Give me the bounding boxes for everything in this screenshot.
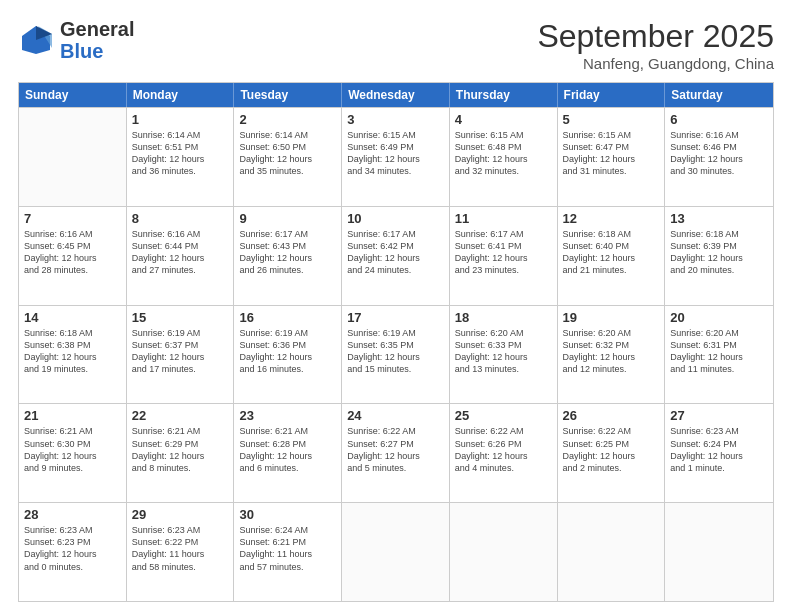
- location-subtitle: Nanfeng, Guangdong, China: [537, 55, 774, 72]
- day-number: 7: [24, 211, 121, 226]
- calendar: SundayMondayTuesdayWednesdayThursdayFrid…: [18, 82, 774, 602]
- day-info: Sunrise: 6:18 AM Sunset: 6:38 PM Dayligh…: [24, 327, 121, 376]
- day-info: Sunrise: 6:23 AM Sunset: 6:22 PM Dayligh…: [132, 524, 229, 573]
- logo-icon: [18, 22, 54, 58]
- day-number: 16: [239, 310, 336, 325]
- day-cell-4: 4Sunrise: 6:15 AM Sunset: 6:48 PM Daylig…: [450, 108, 558, 206]
- day-cell-21: 21Sunrise: 6:21 AM Sunset: 6:30 PM Dayli…: [19, 404, 127, 502]
- day-number: 6: [670, 112, 768, 127]
- day-number: 4: [455, 112, 552, 127]
- day-cell-11: 11Sunrise: 6:17 AM Sunset: 6:41 PM Dayli…: [450, 207, 558, 305]
- calendar-body: 1Sunrise: 6:14 AM Sunset: 6:51 PM Daylig…: [19, 107, 773, 601]
- day-cell-25: 25Sunrise: 6:22 AM Sunset: 6:26 PM Dayli…: [450, 404, 558, 502]
- calendar-row-2: 7Sunrise: 6:16 AM Sunset: 6:45 PM Daylig…: [19, 206, 773, 305]
- day-info: Sunrise: 6:21 AM Sunset: 6:30 PM Dayligh…: [24, 425, 121, 474]
- weekday-header-sunday: Sunday: [19, 83, 127, 107]
- empty-cell-4-6: [665, 503, 773, 601]
- weekday-header-wednesday: Wednesday: [342, 83, 450, 107]
- day-info: Sunrise: 6:22 AM Sunset: 6:26 PM Dayligh…: [455, 425, 552, 474]
- weekday-header-friday: Friday: [558, 83, 666, 107]
- day-cell-26: 26Sunrise: 6:22 AM Sunset: 6:25 PM Dayli…: [558, 404, 666, 502]
- day-number: 25: [455, 408, 552, 423]
- day-info: Sunrise: 6:22 AM Sunset: 6:27 PM Dayligh…: [347, 425, 444, 474]
- day-info: Sunrise: 6:18 AM Sunset: 6:39 PM Dayligh…: [670, 228, 768, 277]
- day-cell-9: 9Sunrise: 6:17 AM Sunset: 6:43 PM Daylig…: [234, 207, 342, 305]
- day-number: 21: [24, 408, 121, 423]
- day-info: Sunrise: 6:21 AM Sunset: 6:28 PM Dayligh…: [239, 425, 336, 474]
- day-cell-6: 6Sunrise: 6:16 AM Sunset: 6:46 PM Daylig…: [665, 108, 773, 206]
- day-info: Sunrise: 6:16 AM Sunset: 6:45 PM Dayligh…: [24, 228, 121, 277]
- day-cell-8: 8Sunrise: 6:16 AM Sunset: 6:44 PM Daylig…: [127, 207, 235, 305]
- day-info: Sunrise: 6:23 AM Sunset: 6:24 PM Dayligh…: [670, 425, 768, 474]
- empty-cell-4-3: [342, 503, 450, 601]
- day-cell-19: 19Sunrise: 6:20 AM Sunset: 6:32 PM Dayli…: [558, 306, 666, 404]
- day-cell-2: 2Sunrise: 6:14 AM Sunset: 6:50 PM Daylig…: [234, 108, 342, 206]
- month-title: September 2025: [537, 18, 774, 55]
- day-number: 3: [347, 112, 444, 127]
- logo: General Blue: [18, 18, 134, 62]
- calendar-row-3: 14Sunrise: 6:18 AM Sunset: 6:38 PM Dayli…: [19, 305, 773, 404]
- day-cell-23: 23Sunrise: 6:21 AM Sunset: 6:28 PM Dayli…: [234, 404, 342, 502]
- day-info: Sunrise: 6:15 AM Sunset: 6:47 PM Dayligh…: [563, 129, 660, 178]
- day-info: Sunrise: 6:23 AM Sunset: 6:23 PM Dayligh…: [24, 524, 121, 573]
- day-info: Sunrise: 6:20 AM Sunset: 6:31 PM Dayligh…: [670, 327, 768, 376]
- empty-cell-4-5: [558, 503, 666, 601]
- empty-cell-4-4: [450, 503, 558, 601]
- day-info: Sunrise: 6:20 AM Sunset: 6:33 PM Dayligh…: [455, 327, 552, 376]
- day-number: 12: [563, 211, 660, 226]
- calendar-header: SundayMondayTuesdayWednesdayThursdayFrid…: [19, 83, 773, 107]
- day-cell-14: 14Sunrise: 6:18 AM Sunset: 6:38 PM Dayli…: [19, 306, 127, 404]
- empty-cell-0-0: [19, 108, 127, 206]
- day-number: 22: [132, 408, 229, 423]
- day-number: 23: [239, 408, 336, 423]
- day-info: Sunrise: 6:14 AM Sunset: 6:51 PM Dayligh…: [132, 129, 229, 178]
- day-cell-27: 27Sunrise: 6:23 AM Sunset: 6:24 PM Dayli…: [665, 404, 773, 502]
- day-number: 14: [24, 310, 121, 325]
- day-info: Sunrise: 6:18 AM Sunset: 6:40 PM Dayligh…: [563, 228, 660, 277]
- day-info: Sunrise: 6:16 AM Sunset: 6:46 PM Dayligh…: [670, 129, 768, 178]
- day-info: Sunrise: 6:19 AM Sunset: 6:37 PM Dayligh…: [132, 327, 229, 376]
- day-cell-20: 20Sunrise: 6:20 AM Sunset: 6:31 PM Dayli…: [665, 306, 773, 404]
- day-info: Sunrise: 6:24 AM Sunset: 6:21 PM Dayligh…: [239, 524, 336, 573]
- day-number: 17: [347, 310, 444, 325]
- day-number: 18: [455, 310, 552, 325]
- day-number: 1: [132, 112, 229, 127]
- logo-text: General Blue: [60, 18, 134, 62]
- weekday-header-tuesday: Tuesday: [234, 83, 342, 107]
- day-number: 11: [455, 211, 552, 226]
- day-cell-28: 28Sunrise: 6:23 AM Sunset: 6:23 PM Dayli…: [19, 503, 127, 601]
- day-cell-17: 17Sunrise: 6:19 AM Sunset: 6:35 PM Dayli…: [342, 306, 450, 404]
- day-cell-1: 1Sunrise: 6:14 AM Sunset: 6:51 PM Daylig…: [127, 108, 235, 206]
- day-cell-22: 22Sunrise: 6:21 AM Sunset: 6:29 PM Dayli…: [127, 404, 235, 502]
- day-info: Sunrise: 6:17 AM Sunset: 6:43 PM Dayligh…: [239, 228, 336, 277]
- day-number: 5: [563, 112, 660, 127]
- day-number: 13: [670, 211, 768, 226]
- day-cell-13: 13Sunrise: 6:18 AM Sunset: 6:39 PM Dayli…: [665, 207, 773, 305]
- day-cell-5: 5Sunrise: 6:15 AM Sunset: 6:47 PM Daylig…: [558, 108, 666, 206]
- day-number: 24: [347, 408, 444, 423]
- day-info: Sunrise: 6:16 AM Sunset: 6:44 PM Dayligh…: [132, 228, 229, 277]
- logo-blue: Blue: [60, 40, 103, 62]
- day-info: Sunrise: 6:21 AM Sunset: 6:29 PM Dayligh…: [132, 425, 229, 474]
- page: General Blue September 2025 Nanfeng, Gua…: [0, 0, 792, 612]
- header: General Blue September 2025 Nanfeng, Gua…: [18, 18, 774, 72]
- weekday-header-thursday: Thursday: [450, 83, 558, 107]
- day-info: Sunrise: 6:19 AM Sunset: 6:35 PM Dayligh…: [347, 327, 444, 376]
- day-number: 8: [132, 211, 229, 226]
- day-info: Sunrise: 6:17 AM Sunset: 6:41 PM Dayligh…: [455, 228, 552, 277]
- day-cell-16: 16Sunrise: 6:19 AM Sunset: 6:36 PM Dayli…: [234, 306, 342, 404]
- day-number: 20: [670, 310, 768, 325]
- day-info: Sunrise: 6:15 AM Sunset: 6:49 PM Dayligh…: [347, 129, 444, 178]
- calendar-row-5: 28Sunrise: 6:23 AM Sunset: 6:23 PM Dayli…: [19, 502, 773, 601]
- day-number: 29: [132, 507, 229, 522]
- calendar-row-4: 21Sunrise: 6:21 AM Sunset: 6:30 PM Dayli…: [19, 403, 773, 502]
- day-number: 30: [239, 507, 336, 522]
- day-number: 10: [347, 211, 444, 226]
- day-cell-10: 10Sunrise: 6:17 AM Sunset: 6:42 PM Dayli…: [342, 207, 450, 305]
- day-info: Sunrise: 6:15 AM Sunset: 6:48 PM Dayligh…: [455, 129, 552, 178]
- day-info: Sunrise: 6:19 AM Sunset: 6:36 PM Dayligh…: [239, 327, 336, 376]
- day-info: Sunrise: 6:20 AM Sunset: 6:32 PM Dayligh…: [563, 327, 660, 376]
- weekday-header-monday: Monday: [127, 83, 235, 107]
- day-cell-12: 12Sunrise: 6:18 AM Sunset: 6:40 PM Dayli…: [558, 207, 666, 305]
- day-cell-24: 24Sunrise: 6:22 AM Sunset: 6:27 PM Dayli…: [342, 404, 450, 502]
